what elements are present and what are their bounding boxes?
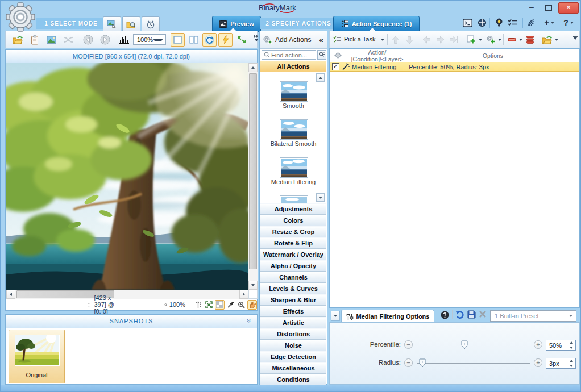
action-item-label[interactable]: Bilateral Smooth <box>260 140 326 147</box>
percentile-increase-button[interactable]: + <box>534 340 542 349</box>
options-help-button[interactable] <box>441 311 449 319</box>
radius-increase-button[interactable]: + <box>534 358 542 367</box>
open-file-button[interactable] <box>10 33 24 47</box>
scroll-down-button[interactable] <box>248 281 258 290</box>
console-button[interactable] <box>461 16 474 29</box>
radius-slider-thumb[interactable] <box>419 358 426 368</box>
vertical-scrollbar[interactable] <box>248 63 258 290</box>
category-watermark-overlay[interactable]: Watermark / Overlay <box>260 249 326 260</box>
actions-scroll-down-button[interactable] <box>316 193 325 202</box>
outdent-button[interactable] <box>420 33 433 47</box>
help-menu-button[interactable]: ? <box>560 16 577 29</box>
fit-view-button[interactable] <box>204 300 214 310</box>
zoom-tool-button[interactable] <box>236 300 246 310</box>
category-distortions[interactable]: Distortions <box>260 328 326 340</box>
percentile-slider-track[interactable] <box>417 345 530 345</box>
action-item-bilateral-smooth-thumb[interactable] <box>280 119 308 140</box>
all-actions-button[interactable]: All Actions <box>260 61 326 73</box>
pan-mode-button[interactable] <box>193 300 203 310</box>
zoom-select[interactable]: 100% <box>133 34 166 45</box>
maximize-button[interactable] <box>541 2 555 12</box>
task-list-button[interactable] <box>507 16 519 29</box>
action-item-median-filtering-thumb[interactable] <box>280 157 308 178</box>
sequence-toolbar-overflow[interactable] <box>573 36 578 40</box>
preview-image[interactable] <box>6 63 248 290</box>
action-item-label[interactable]: Smooth <box>260 102 326 109</box>
scroll-left-button[interactable] <box>6 290 15 299</box>
action-item-smooth-thumb[interactable] <box>280 81 308 102</box>
radius-spin-down[interactable] <box>567 364 575 369</box>
paste-button[interactable] <box>27 33 42 47</box>
action-item-label[interactable]: Median Filtering <box>260 178 326 185</box>
collapse-actions-icon[interactable]: « <box>319 36 323 44</box>
category-resize-crop[interactable]: Resize & Crop <box>260 226 326 237</box>
preset-select[interactable]: 1 Built-in Preset <box>490 310 576 322</box>
tab-action-sequence[interactable]: Action Sequence (1) <box>333 16 420 32</box>
add-special-action-button[interactable] <box>484 33 497 47</box>
percentile-spin-down[interactable] <box>567 345 575 351</box>
sequence-row-median-filtering[interactable]: ✓ Median Filtering Percentile: 50%, Radi… <box>330 62 579 72</box>
radius-slider-track[interactable] <box>417 363 530 364</box>
category-rotate-flip[interactable]: Rotate & Flip <box>260 237 326 249</box>
move-down-button[interactable] <box>403 33 416 47</box>
transparency-grid-toggle[interactable] <box>215 300 225 310</box>
mode-schedule-button[interactable] <box>142 16 160 32</box>
snapshot-item-original[interactable]: Original <box>9 330 65 383</box>
auto-refresh-toggle[interactable] <box>202 33 217 47</box>
fit-image-button[interactable] <box>234 33 248 47</box>
scroll-up-button[interactable] <box>248 63 258 72</box>
mode-folder-search-button[interactable] <box>122 16 140 32</box>
category-channels[interactable]: Channels <box>260 272 326 283</box>
action-item-partial-thumb[interactable] <box>280 195 308 203</box>
search-options-button[interactable] <box>317 50 326 60</box>
actions-scroll-up-button[interactable] <box>316 73 325 82</box>
single-view-toggle[interactable] <box>171 33 185 47</box>
delete-preset-button[interactable] <box>479 310 487 318</box>
category-conditions[interactable]: Conditions <box>260 374 326 385</box>
category-edge-detection[interactable]: Edge Detection <box>260 351 326 362</box>
category-effects[interactable]: Effects <box>260 306 326 317</box>
remove-action-button[interactable] <box>505 33 518 47</box>
pick-task-button[interactable]: Pick a Task <box>344 36 375 43</box>
instant-apply-toggle[interactable] <box>218 33 233 47</box>
security-button[interactable] <box>476 16 488 29</box>
column-action[interactable]: Action/ [Condition]/<Layer> <box>347 49 408 62</box>
category-colors[interactable]: Colors <box>260 215 326 226</box>
reset-options-button[interactable] <box>455 310 464 319</box>
histogram-button[interactable] <box>117 33 131 47</box>
category-alpha-opacity[interactable]: Alpha / Opacity <box>260 260 326 272</box>
category-miscellaneous[interactable]: Miscellaneous <box>260 362 326 374</box>
tab-median-filtering-options[interactable]: Median Filtering Options <box>341 310 434 323</box>
percentile-decrease-button[interactable]: – <box>404 340 413 349</box>
snapshots-header[interactable]: SNAPSHOTS » <box>6 315 257 328</box>
percentile-spinbox[interactable]: 50% <box>546 340 576 351</box>
scroll-right-button[interactable] <box>239 290 248 299</box>
category-noise[interactable]: Noise <box>260 340 326 351</box>
action-search-box[interactable] <box>262 50 316 60</box>
category-sharpen-blur[interactable]: Sharpen & Blur <box>260 294 326 306</box>
collapse-options-button[interactable] <box>331 311 340 321</box>
split-view-toggle[interactable] <box>186 33 201 47</box>
undo-navigation-button[interactable] <box>81 33 95 47</box>
tab-preview[interactable]: Preview <box>212 16 261 32</box>
category-adjustments[interactable]: Adjustments <box>260 203 326 215</box>
mode-single-image-button[interactable] <box>103 16 121 32</box>
collapse-panel-icon[interactable]: » <box>243 319 255 323</box>
add-menu-button[interactable]: + <box>541 16 558 29</box>
percentile-slider-thumb[interactable] <box>461 340 468 349</box>
indent-all-button[interactable] <box>447 33 460 47</box>
column-options[interactable]: Options <box>408 52 578 59</box>
row-enabled-checkbox[interactable]: ✓ <box>332 63 339 70</box>
tips-button[interactable] <box>493 16 505 29</box>
minimize-button[interactable]: – <box>524 2 539 12</box>
image-button[interactable] <box>44 33 59 47</box>
feedback-button[interactable] <box>526 16 538 29</box>
shuffle-button[interactable] <box>61 33 76 47</box>
indent-button[interactable] <box>434 33 446 47</box>
category-levels-curves[interactable]: Levels & Curves <box>260 283 326 294</box>
radius-spinbox[interactable]: 3px <box>546 358 576 369</box>
save-preset-button[interactable] <box>467 310 476 319</box>
vertical-scroll-thumb[interactable] <box>249 73 257 269</box>
add-action-button[interactable] <box>465 33 478 47</box>
toolbar-overflow-button[interactable] <box>254 34 259 41</box>
